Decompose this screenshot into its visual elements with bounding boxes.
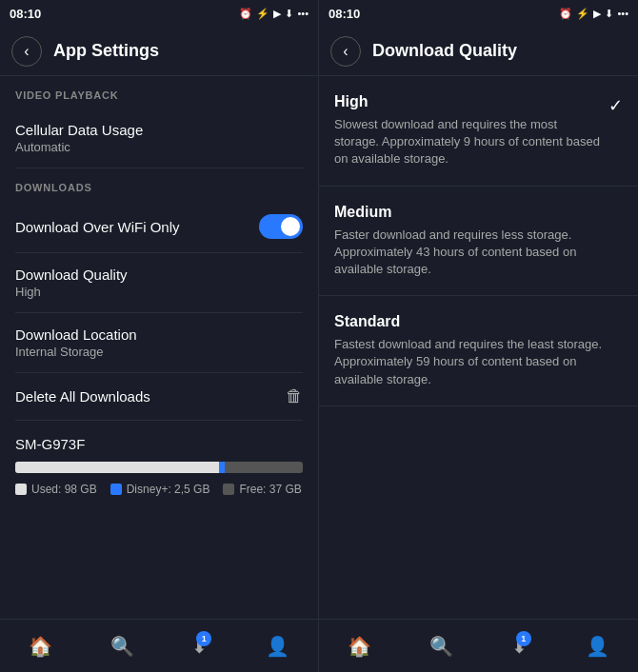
quality-option-high[interactable]: High Slowest download and requires the m… [319, 76, 638, 187]
toggle-knob [281, 217, 300, 236]
section-label-video: VIDEO PLAYBACK [0, 76, 318, 109]
home-icon-right: 🏠 [348, 635, 371, 658]
quality-medium-desc: Faster download and requires less storag… [334, 227, 615, 279]
status-time-left: 08:10 [10, 7, 41, 21]
cellular-data-subtitle: Automatic [15, 140, 143, 154]
download-icon-status: ⬇ [285, 8, 293, 20]
cellular-data-content: Cellular Data Usage Automatic [15, 122, 143, 154]
status-bar-left: 08:10 ⏰ ⚡ ▶ ⬇ ••• [0, 0, 318, 27]
legend-used-label: Used: 98 GB [31, 483, 97, 496]
download-quality-item[interactable]: Download Quality High [0, 253, 318, 312]
status-icons-left: ⏰ ⚡ ▶ ⬇ ••• [239, 8, 309, 20]
download-badge-left: 1 [196, 631, 211, 646]
download-location-item[interactable]: Download Location Internal Storage [0, 313, 318, 372]
bottom-nav-right: 🏠 🔍 ⬇ 1 👤 [319, 619, 638, 672]
download-badge-right: 1 [516, 631, 531, 646]
quality-standard-content: Standard Fastest download and requires t… [334, 313, 623, 388]
storage-bar [15, 462, 303, 473]
legend-disney: Disney+: 2,5 GB [110, 483, 210, 496]
download-location-content: Download Location Internal Storage [15, 326, 137, 359]
alarm-icon-right: ⏰ [559, 8, 572, 20]
right-page-title: Download Quality [372, 41, 517, 61]
status-icons-right: ⏰ ⚡ ▶ ⬇ ••• [559, 8, 628, 20]
legend-dot-disney [110, 484, 122, 495]
nav-downloads-right[interactable]: ⬇ 1 [511, 635, 528, 658]
section-label-downloads: DOWNLOADS [0, 168, 318, 201]
legend-used: Used: 98 GB [15, 483, 97, 496]
quality-options-list: High Slowest download and requires the m… [319, 76, 638, 619]
storage-section: SM-G973F Used: 98 GB Disney+: 2,5 GB Fre… [0, 421, 318, 511]
bottom-nav-left: 🏠 🔍 ⬇ 1 👤 [0, 619, 318, 672]
wifi-only-content: Download Over WiFi Only [15, 219, 180, 235]
download-quality-content: Download Quality High [15, 267, 128, 299]
cellular-data-title: Cellular Data Usage [15, 122, 143, 138]
back-arrow-right: ‹ [343, 43, 348, 60]
storage-legend: Used: 98 GB Disney+: 2,5 GB Free: 37 GB [15, 483, 303, 496]
media-icon-right: ▶ [593, 8, 601, 20]
right-header: ‹ Download Quality [319, 27, 638, 76]
bluetooth-icon: ⚡ [256, 8, 269, 20]
legend-free: Free: 37 GB [223, 483, 301, 496]
search-icon-right: 🔍 [429, 635, 453, 658]
nav-search-left[interactable]: 🔍 [110, 635, 134, 658]
nav-home-right[interactable]: 🏠 [348, 635, 371, 658]
media-icon: ▶ [273, 8, 281, 20]
checkmark-high: ✓ [608, 95, 623, 116]
nav-search-right[interactable]: 🔍 [429, 635, 453, 658]
quality-option-standard[interactable]: Standard Fastest download and requires t… [319, 296, 638, 406]
profile-icon-right: 👤 [586, 635, 609, 658]
legend-free-label: Free: 37 GB [239, 483, 301, 496]
more-icon: ••• [297, 8, 309, 19]
quality-medium-content: Medium Faster download and requires less… [334, 204, 623, 279]
download-quality-title: Download Quality [15, 267, 128, 283]
download-quality-subtitle: High [15, 285, 128, 299]
nav-profile-right[interactable]: 👤 [586, 635, 609, 658]
quality-high-title: High [334, 93, 601, 110]
left-page-title: App Settings [53, 41, 159, 61]
home-icon-left: 🏠 [29, 635, 52, 658]
profile-icon-left: 👤 [266, 635, 289, 658]
download-location-subtitle: Internal Storage [15, 345, 137, 359]
alarm-icon: ⏰ [239, 8, 252, 20]
cellular-data-item[interactable]: Cellular Data Usage Automatic [0, 109, 318, 168]
back-button-right[interactable]: ‹ [330, 36, 361, 67]
wifi-only-toggle[interactable] [259, 214, 303, 239]
quality-high-desc: Slowest download and requires the most s… [334, 116, 601, 168]
nav-profile-left[interactable]: 👤 [266, 635, 289, 658]
delete-downloads-title: Delete All Downloads [15, 388, 150, 405]
trash-icon[interactable]: 🗑 [286, 386, 303, 406]
left-panel: 08:10 ⏰ ⚡ ▶ ⬇ ••• ‹ App Settings VIDEO P… [0, 0, 319, 672]
delete-downloads-content: Delete All Downloads [15, 388, 150, 405]
nav-home-left[interactable]: 🏠 [29, 635, 52, 658]
storage-device-name: SM-G973F [15, 436, 303, 452]
legend-dot-free [223, 484, 234, 495]
bluetooth-icon-right: ⚡ [576, 8, 589, 20]
quality-medium-title: Medium [334, 204, 615, 221]
back-arrow-left: ‹ [24, 43, 29, 60]
wifi-only-title: Download Over WiFi Only [15, 219, 180, 235]
right-panel: 08:10 ⏰ ⚡ ▶ ⬇ ••• ‹ Download Quality Hig… [319, 0, 638, 672]
status-time-right: 08:10 [329, 7, 360, 21]
storage-bar-used [15, 462, 219, 473]
more-icon-right: ••• [617, 8, 628, 19]
legend-dot-used [15, 484, 27, 495]
nav-downloads-left[interactable]: ⬇ 1 [191, 635, 208, 658]
download-icon-right: ⬇ [605, 8, 613, 20]
quality-option-medium[interactable]: Medium Faster download and requires less… [319, 187, 638, 297]
legend-disney-label: Disney+: 2,5 GB [127, 483, 210, 496]
quality-high-content: High Slowest download and requires the m… [334, 93, 608, 168]
delete-downloads-item[interactable]: Delete All Downloads 🗑 [0, 373, 318, 420]
wifi-only-item[interactable]: Download Over WiFi Only [0, 201, 318, 252]
quality-standard-title: Standard [334, 313, 615, 330]
left-header: ‹ App Settings [0, 27, 318, 76]
quality-standard-desc: Fastest download and requires the least … [334, 336, 615, 388]
back-button-left[interactable]: ‹ [11, 36, 42, 67]
status-bar-right: 08:10 ⏰ ⚡ ▶ ⬇ ••• [319, 0, 638, 27]
download-location-title: Download Location [15, 326, 137, 343]
search-icon-left: 🔍 [110, 635, 134, 658]
storage-bar-disney [219, 462, 225, 473]
